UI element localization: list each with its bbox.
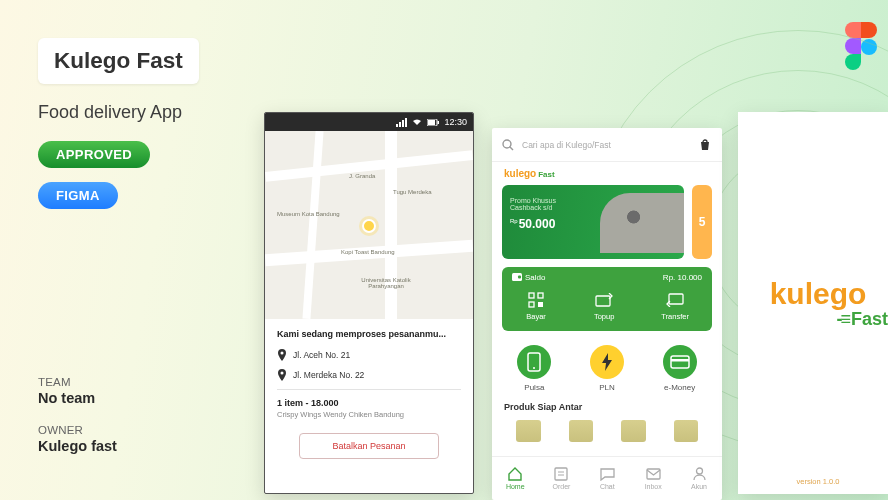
tab-account[interactable]: Akun [690, 467, 708, 490]
promo-card[interactable]: Promo KhususCashback s/d Rp50.000 [502, 185, 684, 259]
location-icon [277, 349, 287, 361]
svg-line-5 [510, 147, 513, 150]
promo-image [600, 193, 684, 253]
phone-mockup-tracking: 12:30 J. Granda Tugu Merdeka Museum Kota… [264, 112, 474, 494]
order-summary-detail: Crispy Wings Wendy Chiken Bandung [277, 410, 461, 419]
home-icon [507, 467, 523, 481]
status-bar: 12:30 [265, 113, 473, 131]
search-icon [502, 139, 514, 151]
order-summary: 1 item - 18.000 [277, 398, 461, 408]
promo-amount: Rp50.000 [510, 217, 555, 231]
topup-icon [595, 293, 613, 307]
svg-rect-16 [671, 356, 689, 368]
wallet-action-label: Topup [594, 312, 614, 321]
svg-rect-7 [518, 276, 521, 279]
owner-label: OWNER [38, 424, 117, 436]
wallet-label: Saldo [512, 273, 545, 282]
owner-value: Kulego fast [38, 438, 117, 454]
svg-rect-8 [529, 293, 534, 298]
dropoff-address-text: Jl. Merdeka No. 22 [293, 370, 364, 380]
map-poi: J. Granda [349, 173, 375, 179]
wallet-action-topup[interactable]: Topup [593, 292, 615, 321]
tab-inbox[interactable]: Inbox [644, 467, 662, 490]
wallet-action-transfer[interactable]: Transfer [661, 292, 689, 321]
product-thumbnail[interactable] [674, 420, 699, 442]
team-label: TEAM [38, 376, 117, 388]
service-pln[interactable]: PLN [590, 345, 624, 392]
pickup-address: Jl. Aceh No. 21 [277, 349, 461, 361]
team-value: No team [38, 390, 117, 406]
tab-label: Chat [600, 483, 615, 490]
phone-icon [527, 352, 541, 372]
search-placeholder: Cari apa di Kulego/Fast [522, 140, 690, 150]
brand-line: kulegoFast [492, 162, 722, 179]
service-emoney[interactable]: e-Money [663, 345, 697, 392]
phone-mockup-home: Cari apa di Kulego/Fast kulegoFast Promo… [492, 128, 722, 500]
divider [277, 389, 461, 390]
promo-card-secondary[interactable]: 5 [692, 185, 712, 259]
svg-rect-9 [538, 293, 543, 298]
service-label: Pulsa [524, 383, 544, 392]
tab-order[interactable]: Order [552, 467, 570, 490]
delivery-map[interactable]: J. Granda Tugu Merdeka Museum Kota Bandu… [265, 131, 473, 319]
map-poi: Museum Kota Bandung [277, 211, 340, 217]
battery-icon [427, 119, 439, 126]
svg-rect-11 [538, 302, 543, 307]
svg-rect-17 [671, 359, 689, 362]
cancel-order-button[interactable]: Batalkan Pesanan [299, 433, 439, 459]
pickup-address-text: Jl. Aceh No. 21 [293, 350, 350, 360]
product-thumbnail[interactable] [516, 420, 541, 442]
service-label: PLN [599, 383, 615, 392]
splash-fast: -≡Fast [836, 309, 888, 330]
map-poi: Tugu Merdeka [393, 189, 431, 195]
wallet-balance: Rp. 10.000 [663, 273, 702, 282]
list-icon [554, 467, 568, 481]
product-thumbnail[interactable] [569, 420, 594, 442]
tab-chat[interactable]: Chat [598, 467, 616, 490]
qr-icon [528, 292, 544, 308]
processing-text: Kami sedang memproses pesananmu... [277, 329, 461, 339]
inbox-icon [646, 468, 661, 480]
svg-rect-3 [438, 121, 440, 124]
bag-icon[interactable] [698, 138, 712, 152]
bolt-icon [600, 352, 614, 372]
brand-fast: Fast [538, 170, 554, 179]
project-title: Kulego Fast [54, 48, 183, 73]
figma-badge[interactable]: FIGMA [38, 182, 118, 209]
status-time: 12:30 [444, 117, 467, 127]
user-icon [693, 467, 706, 481]
svg-point-0 [861, 39, 877, 55]
brand-kulego: kulego [504, 168, 536, 179]
phone-mockup-splash: kulego -≡Fast version 1.0.0 [738, 112, 888, 494]
project-title-card: Kulego Fast [38, 38, 199, 84]
signal-icon [396, 118, 407, 127]
approved-badge: APPROVED [38, 141, 150, 168]
project-subtitle: Food delivery App [38, 102, 258, 123]
section-title: Produk Siap Antar [492, 398, 722, 416]
service-pulsa[interactable]: Pulsa [517, 345, 551, 392]
wallet-action-pay[interactable]: Bayar [525, 292, 547, 321]
search-bar[interactable]: Cari apa di Kulego/Fast [492, 128, 722, 162]
svg-rect-12 [596, 296, 610, 306]
wallet-action-label: Bayar [526, 312, 546, 321]
svg-rect-13 [669, 294, 683, 304]
service-label: e-Money [664, 383, 695, 392]
tab-bar: Home Order Chat Inbox Akun [492, 456, 722, 500]
product-thumbnail[interactable] [621, 420, 646, 442]
map-poi: Universitas Katolik Parahyangan [351, 277, 421, 289]
wallet-action-label: Transfer [661, 312, 689, 321]
tab-label: Akun [691, 483, 707, 490]
wallet-icon [512, 273, 522, 281]
svg-point-15 [533, 367, 535, 369]
location-icon [277, 369, 287, 381]
card-icon [670, 355, 690, 369]
tab-home[interactable]: Home [506, 467, 525, 490]
tab-label: Inbox [645, 483, 662, 490]
splash-brand: kulego [770, 277, 867, 311]
map-pin-icon [362, 219, 376, 233]
splash-version: version 1.0.0 [797, 477, 840, 486]
svg-point-4 [503, 140, 511, 148]
wifi-icon [412, 118, 422, 126]
tab-label: Home [506, 483, 525, 490]
transfer-icon [666, 293, 684, 307]
